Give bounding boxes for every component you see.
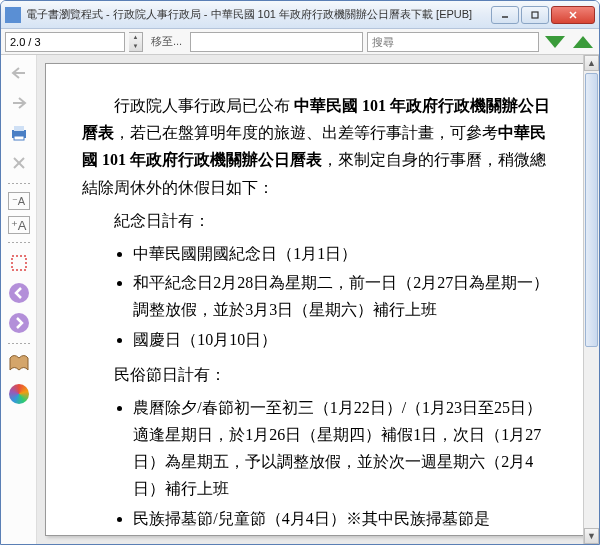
- maximize-button[interactable]: [521, 6, 549, 24]
- document-body: 行政院人事行政局已公布 中華民國 101 年政府行政機關辦公日曆表，若已在盤算明…: [82, 92, 558, 532]
- vertical-scrollbar[interactable]: ▲ ▼: [583, 55, 599, 544]
- goto-input[interactable]: [190, 32, 362, 52]
- window-controls: [491, 6, 595, 24]
- intro-text: ，若已在盤算明年度的旅遊、出差等行事計畫，可參考: [114, 124, 498, 141]
- print-icon[interactable]: [6, 121, 32, 145]
- page-number-input[interactable]: [5, 32, 125, 52]
- svg-rect-5: [14, 126, 24, 131]
- next-result-icon[interactable]: [545, 36, 565, 48]
- scroll-up-icon[interactable]: ▲: [584, 55, 599, 71]
- document-viewport[interactable]: 行政院人事行政局已公布 中華民國 101 年政府行政機關辦公日曆表，若已在盤算明…: [37, 55, 599, 544]
- close-button[interactable]: [551, 6, 595, 24]
- next-page-button[interactable]: [6, 311, 32, 335]
- goto-label: 移至...: [151, 34, 182, 49]
- toolbar: ▲ ▼ 移至...: [1, 29, 599, 55]
- list-item: 民族掃墓節/兒童節（4月4日）※其中民族掃墓節是: [133, 505, 558, 532]
- scroll-track[interactable]: [584, 71, 599, 528]
- app-icon: [5, 7, 21, 23]
- fullscreen-icon[interactable]: [6, 251, 32, 275]
- list-item: 國慶日（10月10日）: [133, 326, 558, 353]
- svg-point-10: [9, 283, 29, 303]
- prev-page-button[interactable]: [6, 281, 32, 305]
- svg-rect-9: [12, 256, 26, 270]
- document-page: 行政院人事行政局已公布 中華民國 101 年政府行政機關辦公日曆表，若已在盤算明…: [45, 63, 591, 536]
- font-decrease-icon[interactable]: ⁻A: [8, 192, 30, 210]
- divider: [8, 242, 30, 243]
- svg-point-11: [9, 313, 29, 333]
- back-icon[interactable]: [6, 61, 32, 85]
- library-icon[interactable]: [6, 352, 32, 376]
- list-memorial-days: 中華民國開國紀念日（1月1日） 和平紀念日2月28日為星期二，前一日（2月27日…: [133, 240, 558, 353]
- search-input[interactable]: [367, 32, 539, 52]
- prev-result-icon[interactable]: [573, 36, 593, 48]
- preferences-icon[interactable]: [6, 382, 32, 406]
- titlebar[interactable]: 電子書瀏覽程式 - 行政院人事行政局 - 中華民國 101 年政府行政機關辦公日…: [1, 1, 599, 29]
- page-down-icon[interactable]: ▼: [129, 42, 142, 51]
- svg-rect-6: [14, 136, 24, 140]
- minimize-button[interactable]: [491, 6, 519, 24]
- list-folk-festivals: 農曆除夕/春節初一至初三（1月22日）/（1月23日至25日）適逢星期日，於1月…: [133, 394, 558, 532]
- app-window: 電子書瀏覽程式 - 行政院人事行政局 - 中華民國 101 年政府行政機關辦公日…: [0, 0, 600, 545]
- scroll-thumb[interactable]: [585, 73, 598, 347]
- sidebar: ⁻A ⁺A: [1, 55, 37, 544]
- section-heading: 紀念日計有：: [82, 207, 558, 234]
- page-up-icon[interactable]: ▲: [129, 33, 142, 42]
- divider: [8, 183, 30, 184]
- section-heading: 民俗節日計有：: [82, 361, 558, 388]
- list-item: 中華民國開國紀念日（1月1日）: [133, 240, 558, 267]
- font-increase-icon[interactable]: ⁺A: [8, 216, 30, 234]
- divider: [8, 343, 30, 344]
- content-area: ⁻A ⁺A 行政院人事行政局已公布 中華民國 101 年政府行政機關辦公日曆表，…: [1, 55, 599, 544]
- delete-icon[interactable]: [6, 151, 32, 175]
- forward-icon[interactable]: [6, 91, 32, 115]
- svg-rect-1: [532, 12, 538, 18]
- window-title: 電子書瀏覽程式 - 行政院人事行政局 - 中華民國 101 年政府行政機關辦公日…: [26, 7, 491, 22]
- intro-text: 行政院人事行政局已公布: [114, 97, 294, 114]
- list-item: 和平紀念日2月28日為星期二，前一日（2月27日為星期一）調整放假，並於3月3日…: [133, 269, 558, 323]
- scroll-down-icon[interactable]: ▼: [584, 528, 599, 544]
- list-item: 農曆除夕/春節初一至初三（1月22日）/（1月23日至25日）適逢星期日，於1月…: [133, 394, 558, 503]
- page-spinner[interactable]: ▲ ▼: [129, 32, 143, 52]
